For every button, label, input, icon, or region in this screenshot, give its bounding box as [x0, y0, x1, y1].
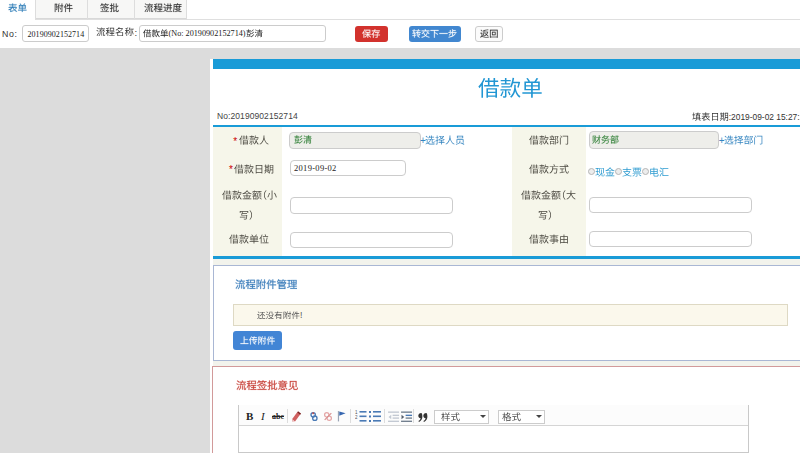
svg-text:2: 2 [355, 415, 358, 420]
